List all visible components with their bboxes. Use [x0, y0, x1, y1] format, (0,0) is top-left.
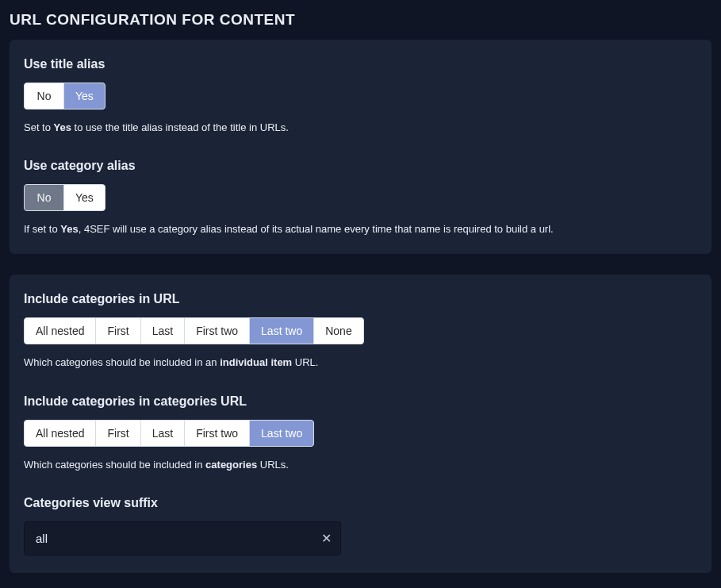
- help-pre: Which categories should be included in: [24, 459, 205, 471]
- label-include-categories-item: Include categories in URL: [24, 292, 697, 306]
- option-all-nested[interactable]: All nested: [25, 421, 96, 446]
- option-last-two[interactable]: Last two: [250, 318, 314, 344]
- option-no[interactable]: No: [25, 83, 64, 109]
- option-none[interactable]: None: [314, 318, 362, 344]
- field-categories-view-suffix: Categories view suffix ✕: [24, 496, 697, 555]
- panel-aliases: Use title alias No Yes Set to Yes to use…: [10, 40, 711, 254]
- help-bold: individual item: [220, 356, 292, 368]
- close-icon: ✕: [321, 531, 332, 546]
- clear-input-button[interactable]: ✕: [311, 521, 341, 555]
- help-include-categories-cats: Which categories should be included in c…: [24, 458, 697, 472]
- categories-view-suffix-input[interactable]: [24, 521, 341, 555]
- help-bold: Yes: [60, 223, 78, 235]
- option-first-two[interactable]: First two: [185, 318, 250, 344]
- label-use-title-alias: Use title alias: [24, 57, 697, 71]
- field-use-category-alias: Use category alias No Yes If set to Yes,…: [24, 159, 697, 236]
- input-wrap-suffix: ✕: [24, 521, 341, 555]
- help-post: , 4SEF will use a category alias instead…: [79, 223, 554, 235]
- field-include-categories-cats: Include categories in categories URL All…: [24, 394, 697, 472]
- option-last[interactable]: Last: [141, 318, 185, 344]
- label-use-category-alias: Use category alias: [24, 159, 697, 173]
- option-all-nested[interactable]: All nested: [25, 318, 96, 344]
- seg-include-categories-item: All nested First Last First two Last two…: [24, 317, 364, 344]
- option-yes[interactable]: Yes: [64, 185, 105, 210]
- toggle-use-category-alias: No Yes: [24, 184, 105, 211]
- option-yes[interactable]: Yes: [64, 83, 105, 109]
- help-bold: Yes: [54, 121, 71, 133]
- help-include-categories-item: Which categories should be included in a…: [24, 355, 697, 370]
- page-title: URL CONFIGURATION FOR CONTENT: [0, 0, 721, 40]
- option-last[interactable]: Last: [141, 421, 185, 446]
- option-last-two[interactable]: Last two: [250, 421, 313, 446]
- help-bold: categories: [205, 459, 257, 471]
- option-no[interactable]: No: [25, 185, 64, 210]
- label-include-categories-cats: Include categories in categories URL: [24, 394, 697, 409]
- help-use-category-alias: If set to Yes, 4SEF will use a category …: [24, 222, 697, 236]
- option-first-two[interactable]: First two: [185, 421, 250, 446]
- help-use-title-alias: Set to Yes to use the title alias instea…: [24, 121, 697, 135]
- label-categories-view-suffix: Categories view suffix: [24, 496, 697, 510]
- panel-categories: Include categories in URL All nested Fir…: [10, 275, 711, 572]
- help-pre: Set to: [24, 121, 54, 133]
- field-include-categories-item: Include categories in URL All nested Fir…: [24, 292, 697, 370]
- help-post: to use the title alias instead of the ti…: [71, 121, 289, 133]
- toggle-use-title-alias: No Yes: [24, 83, 105, 110]
- help-pre: Which categories should be included in a…: [24, 356, 220, 368]
- help-post: URLs.: [257, 459, 289, 471]
- seg-include-categories-cats: All nested First Last First two Last two: [24, 420, 314, 447]
- option-first[interactable]: First: [96, 421, 140, 446]
- help-pre: If set to: [24, 223, 60, 235]
- field-use-title-alias: Use title alias No Yes Set to Yes to use…: [24, 57, 697, 135]
- option-first[interactable]: First: [96, 318, 140, 344]
- help-post: URL.: [292, 356, 318, 368]
